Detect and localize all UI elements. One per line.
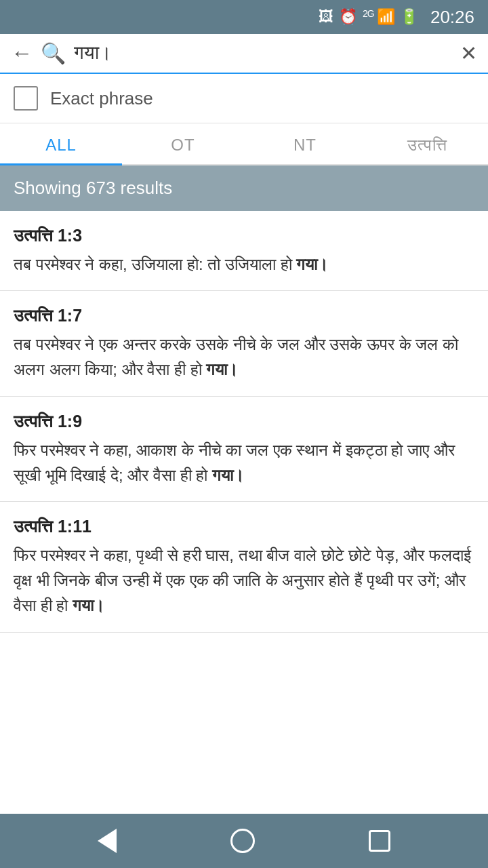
results-count: Showing 673 results	[14, 178, 172, 198]
nav-recent-button[interactable]	[369, 830, 390, 852]
clock-time: 20:26	[430, 7, 474, 28]
result-ref: उत्पत्ति 1:9	[14, 412, 474, 432]
result-highlight: गया।	[73, 596, 104, 614]
result-highlight: गया।	[212, 466, 244, 484]
exact-phrase-label: Exact phrase	[50, 88, 153, 109]
status-icons: 🖼 ⏰ 2G 📶 🔋	[319, 8, 418, 26]
tab-nt[interactable]: NT	[244, 123, 366, 164]
battery-icon: 🔋	[400, 8, 418, 26]
back-triangle-icon	[98, 829, 117, 853]
result-highlight: गया।	[296, 255, 328, 273]
exact-phrase-row: Exact phrase	[0, 74, 488, 123]
tab-utpatti[interactable]: उत्पत्ति	[366, 123, 488, 164]
results-header: Showing 673 results	[0, 165, 488, 211]
recent-square-icon	[369, 830, 390, 852]
exact-phrase-checkbox[interactable]	[14, 86, 38, 111]
nav-back-button[interactable]	[98, 829, 117, 853]
result-highlight: गया।	[206, 360, 238, 378]
result-text: फिर परमेश्वर ने कहा, पृथ्वी से हरी घास, …	[14, 542, 474, 618]
result-text: तब परमेश्वर ने कहा, उजियाला हो: तो उजिया…	[14, 252, 474, 277]
result-item[interactable]: उत्पत्ति 1:9 फिर परमेश्वर ने कहा, आकाश क…	[0, 397, 488, 502]
status-bar: 🖼 ⏰ 2G 📶 🔋 20:26	[0, 0, 488, 34]
tab-all[interactable]: ALL	[0, 123, 122, 164]
signal-2g-icon: 2G 📶	[363, 8, 394, 26]
image-icon: 🖼	[319, 8, 333, 26]
tabs-row: ALL OT NT उत्पत्ति	[0, 123, 488, 165]
back-button[interactable]: ←	[11, 41, 33, 66]
result-ref: उत्पत्ति 1:7	[14, 306, 474, 326]
nav-bar	[0, 814, 488, 868]
result-ref: उत्पत्ति 1:3	[14, 226, 474, 246]
search-input[interactable]	[74, 43, 452, 64]
alarm-icon: ⏰	[339, 8, 357, 26]
home-circle-icon	[230, 829, 255, 853]
result-item[interactable]: उत्पत्ति 1:7 तब परमेश्वर ने एक अन्तर करक…	[0, 291, 488, 396]
search-bar: ← 🔍 ✕	[0, 34, 488, 74]
result-ref: उत्पत्ति 1:11	[14, 517, 474, 537]
result-text: फिर परमेश्वर ने कहा, आकाश के नीचे का जल …	[14, 437, 474, 488]
clear-button[interactable]: ✕	[460, 41, 477, 65]
tab-ot[interactable]: OT	[122, 123, 244, 164]
nav-home-button[interactable]	[230, 829, 255, 853]
search-icon: 🔍	[41, 41, 66, 65]
result-item[interactable]: उत्पत्ति 1:11 फिर परमेश्वर ने कहा, पृथ्व…	[0, 502, 488, 633]
results-list: उत्पत्ति 1:3 तब परमेश्वर ने कहा, उजियाला…	[0, 211, 488, 814]
result-item[interactable]: उत्पत्ति 1:3 तब परमेश्वर ने कहा, उजियाला…	[0, 211, 488, 291]
result-text: तब परमेश्वर ने एक अन्तर करके उसके नीचे क…	[14, 332, 474, 382]
